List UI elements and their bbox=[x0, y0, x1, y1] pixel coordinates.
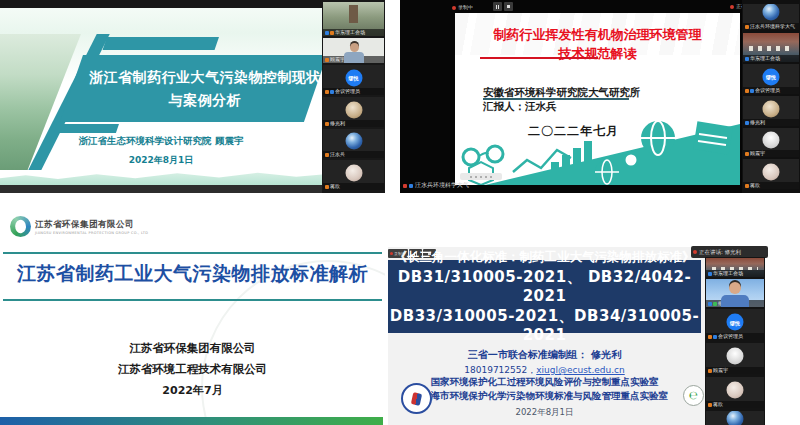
mic-icon bbox=[708, 369, 712, 373]
recording-indicator: 录制中 bbox=[452, 3, 473, 12]
slide-author: 浙江省生态环境科学设计研究院 顾震宇 bbox=[0, 135, 322, 148]
logo-company-name-en: JIANGSU ENVIRONMENTAL PROTECTION GROUP C… bbox=[35, 231, 148, 235]
stop-recording-button[interactable] bbox=[504, 2, 513, 11]
mic-icon bbox=[708, 403, 712, 407]
speaking-dot-icon bbox=[730, 5, 734, 9]
mic-icon bbox=[325, 90, 329, 94]
e-badge-icon: ℮ bbox=[683, 385, 704, 406]
participant-label: 会议管理员 bbox=[323, 88, 384, 95]
pause-recording-button[interactable] bbox=[493, 2, 502, 11]
photo-avatar-icon bbox=[763, 163, 780, 180]
participant-label: 顾震宇 bbox=[706, 367, 764, 374]
participant-tile-webcam[interactable]: 修光利 bbox=[706, 279, 764, 307]
contact-email: xiugl@ecust.edu.cn bbox=[536, 365, 624, 375]
company-logo: 江苏省环保集团有限公司 JIANGSU ENVIRONMENTAL PROTEC… bbox=[10, 216, 148, 237]
participant-name: 顾震宇 bbox=[750, 150, 765, 157]
participant-name: 会议管理员 bbox=[335, 88, 360, 95]
record-dot-icon bbox=[452, 6, 456, 10]
participant-tile-avatar[interactable]: 蒋欣 bbox=[706, 377, 764, 408]
participant-tile-avatar[interactable]: 修光利 bbox=[323, 97, 384, 127]
participant-tile-avatar[interactable]: 汪水兵环境科学大气 bbox=[743, 4, 799, 30]
slide-title-line3: DB33/310005-2021、DB34/310005-2021 bbox=[388, 307, 701, 344]
decor-parallelogram-top bbox=[103, 37, 219, 50]
participant-tile-avatar[interactable]: 缪悦 会议管理员 bbox=[743, 64, 799, 94]
participant-name: 会议管理员 bbox=[755, 87, 780, 94]
participant-tile-avatar[interactable]: 修光利 bbox=[743, 96, 799, 126]
participant-tile-avatar[interactable]: 汪水兵 bbox=[323, 129, 384, 158]
slide-title-line2: DB31/310005-2021、 DB32/4042-2021 bbox=[388, 268, 701, 305]
initials-avatar: 缪悦 bbox=[727, 314, 744, 331]
mic-icon bbox=[325, 153, 329, 157]
participant-tile-room[interactable]: 华东理工会场 bbox=[706, 258, 764, 277]
participants-sidebar: 汪水兵环境科学大气 华东理工会场 缪悦 会议管理员 bbox=[742, 0, 800, 193]
participant-label: 修光利 bbox=[743, 119, 799, 126]
seal-center-mark bbox=[411, 392, 422, 406]
member-icon bbox=[325, 31, 329, 35]
slide-title-box: 《长三角一体化标准：制药工业大气污染物排放标准》 DB31/310005-202… bbox=[388, 260, 701, 333]
participant-name: 修光利 bbox=[718, 300, 733, 307]
participant-tile-avatar[interactable]: 蒋欣 bbox=[743, 159, 799, 189]
member-icon bbox=[745, 57, 749, 61]
presenter-name: 汪水兵环境科学大气 bbox=[415, 181, 469, 190]
participant-label: 修光利 bbox=[706, 300, 764, 307]
participant-label: 华东理工会场 bbox=[706, 270, 764, 277]
participant-name: 修光利 bbox=[330, 120, 345, 127]
participant-label: 华东理工会场 bbox=[743, 55, 799, 62]
participant-label: 华东理工会场 bbox=[323, 29, 384, 36]
slide-date: 2022年8月1日 bbox=[388, 407, 701, 419]
participant-name: 会议管理员 bbox=[718, 333, 743, 340]
participant-label: 汪水兵环境科学大气 bbox=[743, 23, 799, 30]
slide-title-line1: 浙江省制药行业大气污染物控制现状 bbox=[83, 66, 322, 88]
participants-sidebar: 华东理工会场 修光利 缪悦 会议管理员 bbox=[705, 257, 765, 425]
participant-tile-avatar[interactable]: 顾震宇 bbox=[743, 128, 799, 157]
participant-tile-room[interactable]: 华东理工会场 bbox=[323, 2, 384, 36]
member-icon bbox=[745, 121, 749, 125]
shared-slide: 浙江省制药行业大气污染物控制现状 与案例分析 浙江省生态环境科学设计研究院 顾震… bbox=[0, 8, 322, 185]
photo-avatar-icon bbox=[345, 164, 362, 181]
participant-label: 会议管理员 bbox=[706, 333, 764, 340]
participant-name: 汪水兵环境科学大气 bbox=[750, 23, 795, 30]
participant-tile-webcam[interactable]: 顾震宇 bbox=[323, 38, 384, 63]
initials-avatar: 缪悦 bbox=[763, 68, 780, 85]
title-banner: 浙江省制药行业大气污染物控制现状 与案例分析 bbox=[60, 55, 322, 122]
speaking-label: 正在讲话: 修光利 bbox=[699, 249, 741, 256]
participant-tile-avatar[interactable] bbox=[706, 411, 764, 425]
participant-label: 蒋欣 bbox=[323, 183, 384, 190]
participant-tile-room[interactable]: 华东理工会场 bbox=[743, 33, 799, 62]
mic-icon bbox=[745, 184, 749, 188]
participant-name: 蒋欣 bbox=[750, 182, 760, 189]
panel-bottom-left: 江苏省环保集团有限公司 JIANGSU ENVIRONMENTAL PROTEC… bbox=[0, 205, 385, 425]
earth-avatar-icon bbox=[345, 133, 362, 150]
gradient-footer-bar bbox=[0, 417, 383, 425]
earth-avatar-icon bbox=[763, 4, 780, 20]
photo-avatar-icon bbox=[763, 100, 780, 117]
participant-label: 顾震宇 bbox=[743, 150, 799, 157]
silhouette-avatar-icon bbox=[763, 132, 780, 149]
editing-team: 三省一市联合标准编制组： 修光利 bbox=[388, 348, 701, 362]
participant-tile-avatar[interactable]: 顾震宇 bbox=[706, 343, 764, 374]
mic-icon bbox=[325, 122, 329, 126]
participant-tile-avatar[interactable]: 蒋欣 bbox=[323, 160, 384, 190]
panel-bottom-right: 录制中 《长三角一体化标准：制药工业大气污染物排放标准》 DB31/310005… bbox=[388, 205, 800, 425]
laboratory-1: 国家环境保护化工过程环境风险评价与控制重点实验室 bbox=[388, 376, 701, 389]
participant-label: 汪水兵 bbox=[323, 151, 384, 158]
speaking-dot-icon bbox=[693, 250, 697, 254]
participant-label: 修光利 bbox=[323, 120, 384, 127]
decor-parallelogram-sub bbox=[54, 124, 119, 133]
initials-avatar: 缪悦 bbox=[345, 69, 362, 86]
shared-slide: 制药行业挥发性有机物治理环境管理 技术规范解读 安徽省环境科学研究院大气研究所 … bbox=[455, 13, 740, 185]
screenshot-canvas: 录制中 浙江省制药行业大气污染物控制现状 与案例分析 浙江省生态环境科学设计研究… bbox=[0, 0, 800, 425]
participant-label: 顾震宇 bbox=[323, 56, 384, 63]
member-icon bbox=[708, 302, 712, 306]
participant-tile-avatar[interactable]: 缪悦 会议管理员 bbox=[323, 65, 384, 95]
participant-name: 华东理工会场 bbox=[750, 55, 780, 62]
participant-name: 修光利 bbox=[750, 119, 765, 126]
participant-label: 蒋欣 bbox=[743, 182, 799, 189]
silhouette-avatar-icon bbox=[727, 348, 744, 365]
mic-active-icon bbox=[713, 302, 717, 306]
presenter-toolbar[interactable] bbox=[460, 173, 502, 180]
mic-icon bbox=[745, 89, 749, 93]
panel-top-left: 录制中 浙江省制药行业大气污染物控制现状 与案例分析 浙江省生态环境科学设计研究… bbox=[0, 0, 385, 193]
slide-title-line1: 制药行业挥发性有机物治理环境管理 bbox=[455, 26, 740, 45]
participant-tile-avatar[interactable]: 缪悦 会议管理员 bbox=[706, 309, 764, 340]
